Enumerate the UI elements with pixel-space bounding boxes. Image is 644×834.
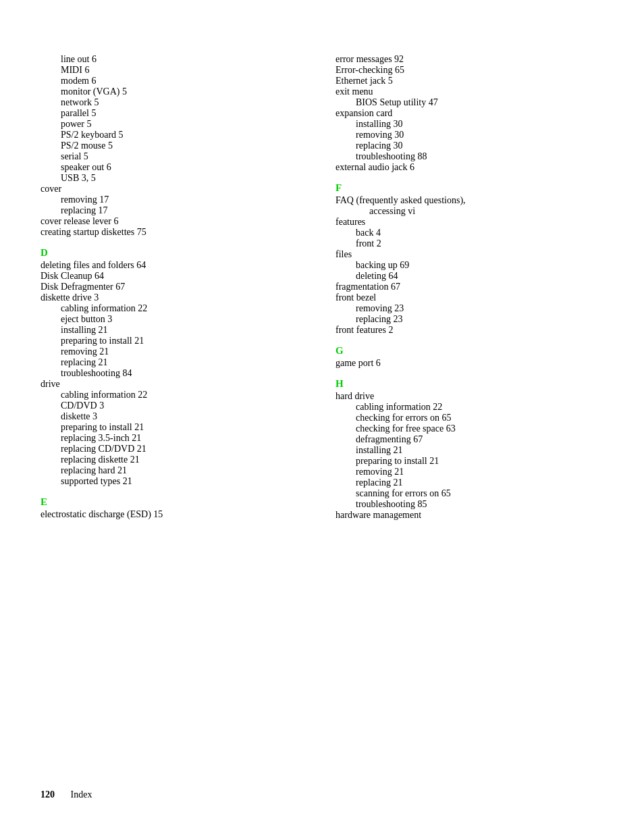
index-entry: defragmenting 67 bbox=[336, 434, 603, 445]
index-entry: game port 6 bbox=[336, 358, 603, 369]
index-entry: BIOS Setup utility 47 bbox=[336, 97, 603, 108]
index-entry: replacing 17 bbox=[41, 205, 308, 216]
index-entry: serial 5 bbox=[41, 151, 308, 162]
footer-label: Index bbox=[71, 789, 92, 800]
index-entry: supported types 21 bbox=[41, 476, 308, 487]
page: line out 6MIDI 6modem 6monitor (VGA) 5ne… bbox=[0, 0, 644, 834]
index-entry: external audio jack 6 bbox=[336, 162, 603, 173]
index-entry: removing 17 bbox=[41, 194, 308, 205]
index-entry: preparing to install 21 bbox=[41, 336, 308, 346]
content-columns: line out 6MIDI 6modem 6monitor (VGA) 5ne… bbox=[41, 54, 603, 521]
left-column: line out 6MIDI 6modem 6monitor (VGA) 5ne… bbox=[41, 54, 308, 521]
index-entry: deleting files and folders 64 bbox=[41, 260, 308, 271]
index-entry: files bbox=[336, 249, 603, 260]
index-entry: features bbox=[336, 217, 603, 228]
index-entry: Error-checking 65 bbox=[336, 65, 603, 76]
index-entry: troubleshooting 84 bbox=[41, 368, 308, 379]
index-entry: modem 6 bbox=[41, 76, 308, 86]
index-entry: expansion card bbox=[336, 108, 603, 119]
index-entry: replacing 30 bbox=[336, 140, 603, 151]
index-entry: line out 6 bbox=[41, 54, 308, 65]
section-letter: D bbox=[41, 247, 308, 259]
index-entry: replacing diskette 21 bbox=[41, 454, 308, 465]
index-entry: removing 21 bbox=[41, 346, 308, 357]
index-entry: replacing hard 21 bbox=[41, 465, 308, 476]
index-entry: preparing to install 21 bbox=[41, 422, 308, 433]
index-entry: MIDI 6 bbox=[41, 65, 308, 76]
index-entry: diskette drive 3 bbox=[41, 292, 308, 303]
index-entry: hard drive bbox=[336, 391, 603, 402]
index-entry: backing up 69 bbox=[336, 260, 603, 271]
index-entry: installing 21 bbox=[41, 325, 308, 336]
index-entry: checking for errors on 65 bbox=[336, 413, 603, 423]
index-entry: front features 2 bbox=[336, 325, 603, 336]
index-entry: front bezel bbox=[336, 292, 603, 303]
index-entry: Ethernet jack 5 bbox=[336, 76, 603, 86]
index-entry: power 5 bbox=[41, 119, 308, 130]
index-entry: removing 30 bbox=[336, 130, 603, 140]
index-entry: installing 30 bbox=[336, 119, 603, 130]
index-entry: checking for free space 63 bbox=[336, 423, 603, 434]
index-entry: replacing 23 bbox=[336, 314, 603, 325]
index-entry: Disk Cleanup 64 bbox=[41, 271, 308, 282]
index-entry: eject button 3 bbox=[41, 314, 308, 325]
index-entry: exit menu bbox=[336, 86, 603, 97]
index-entry: cabling information 22 bbox=[336, 402, 603, 413]
index-entry: Disk Defragmenter 67 bbox=[41, 282, 308, 292]
index-entry: replacing 3.5-inch 21 bbox=[41, 433, 308, 444]
section-letter: E bbox=[41, 496, 308, 508]
index-entry: troubleshooting 85 bbox=[336, 499, 603, 510]
right-column: error messages 92Error-checking 65Ethern… bbox=[336, 54, 603, 521]
index-entry: electrostatic discharge (ESD) 15 bbox=[41, 509, 308, 520]
index-entry: PS/2 mouse 5 bbox=[41, 140, 308, 151]
index-entry: parallel 5 bbox=[41, 108, 308, 119]
index-entry: diskette 3 bbox=[41, 411, 308, 422]
index-entry: cabling information 22 bbox=[41, 390, 308, 400]
index-entry: accessing vi bbox=[336, 206, 603, 217]
section-letter: H bbox=[336, 378, 603, 390]
index-entry: cover bbox=[41, 184, 308, 194]
index-entry: removing 21 bbox=[336, 467, 603, 477]
index-entry: preparing to install 21 bbox=[336, 456, 603, 467]
index-entry: network 5 bbox=[41, 97, 308, 108]
index-entry: creating startup diskettes 75 bbox=[41, 227, 308, 238]
index-entry: front 2 bbox=[336, 238, 603, 249]
index-entry: scanning for errors on 65 bbox=[336, 488, 603, 499]
index-entry: drive bbox=[41, 379, 308, 390]
index-entry: error messages 92 bbox=[336, 54, 603, 65]
index-entry: back 4 bbox=[336, 228, 603, 238]
section-letter: G bbox=[336, 345, 603, 357]
section-letter: F bbox=[336, 182, 603, 194]
index-entry: replacing 21 bbox=[336, 477, 603, 488]
footer: 120 Index bbox=[41, 789, 92, 800]
index-entry: installing 21 bbox=[336, 445, 603, 456]
index-entry: CD/DVD 3 bbox=[41, 400, 308, 411]
index-entry: cabling information 22 bbox=[41, 303, 308, 314]
index-entry: PS/2 keyboard 5 bbox=[41, 130, 308, 140]
index-entry: cover release lever 6 bbox=[41, 216, 308, 227]
index-entry: USB 3, 5 bbox=[41, 173, 308, 184]
index-entry: replacing CD/DVD 21 bbox=[41, 444, 308, 454]
index-entry: monitor (VGA) 5 bbox=[41, 86, 308, 97]
index-entry: FAQ (frequently asked questions), bbox=[336, 195, 603, 206]
index-entry: deleting 64 bbox=[336, 271, 603, 282]
index-entry: hardware management bbox=[336, 510, 603, 521]
index-entry: speaker out 6 bbox=[41, 162, 308, 173]
index-entry: troubleshooting 88 bbox=[336, 151, 603, 162]
index-entry: replacing 21 bbox=[41, 357, 308, 368]
footer-page-number: 120 bbox=[41, 789, 55, 800]
index-entry: fragmentation 67 bbox=[336, 282, 603, 292]
index-entry: removing 23 bbox=[336, 303, 603, 314]
